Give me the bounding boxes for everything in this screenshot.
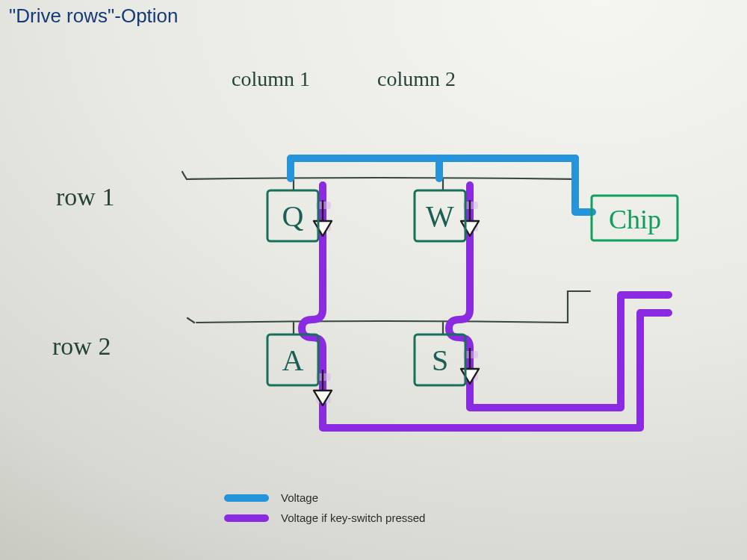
svg-text:W: W [426, 199, 454, 233]
legend-swatch-voltage [224, 494, 269, 502]
svg-text:S: S [432, 343, 448, 377]
svg-text:A: A [282, 343, 304, 377]
legend: Voltage Voltage if key-switch pressed [224, 491, 425, 532]
legend-row-voltage: Voltage [224, 491, 425, 504]
legend-label-voltage: Voltage [281, 491, 318, 504]
label-column-2: column 2 [377, 67, 456, 90]
key-A: A [267, 335, 318, 385]
legend-row-voltage-pressed: Voltage if key-switch pressed [224, 511, 425, 524]
chip: Chip [592, 196, 678, 240]
label-row-1: row 1 [56, 183, 114, 211]
svg-text:Chip: Chip [609, 205, 661, 234]
matrix-diagram: column 1 column 2 row 1 row 2 Q [0, 0, 747, 560]
label-column-1: column 1 [232, 67, 310, 90]
key-W: W [415, 190, 465, 241]
key-Q: Q [267, 190, 318, 241]
label-row-2: row 2 [52, 332, 111, 360]
svg-text:Q: Q [282, 199, 304, 233]
key-S: S [415, 335, 465, 385]
legend-swatch-voltage-pressed [224, 514, 269, 522]
legend-label-voltage-pressed: Voltage if key-switch pressed [281, 511, 425, 524]
